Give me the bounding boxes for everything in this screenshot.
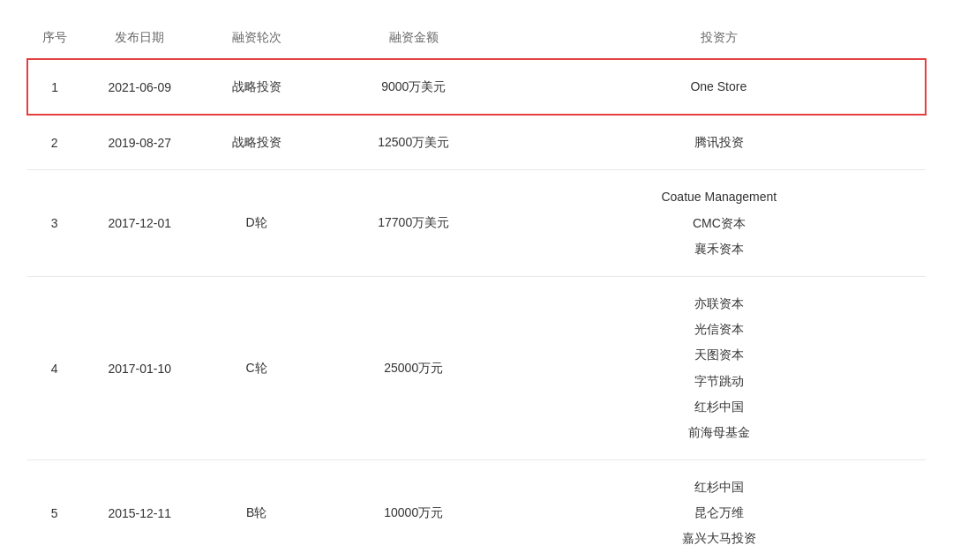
cell-investor: Coatue ManagementCMC资本襄禾资本 bbox=[513, 170, 926, 277]
cell-round: C轮 bbox=[198, 276, 314, 459]
table-container: 序号 发布日期 融资轮次 融资金额 投资方 12021-06-09战略投资900… bbox=[0, 0, 953, 560]
cell-amount: 25000万元 bbox=[315, 276, 513, 459]
investor-name: 襄禾资本 bbox=[694, 238, 744, 260]
investor-name: 字节跳动 bbox=[694, 370, 744, 392]
header-seq: 序号 bbox=[27, 18, 81, 59]
cell-investor: 红杉中国昆仑万维嘉兴大马投资 bbox=[513, 460, 926, 560]
cell-seq: 2 bbox=[27, 115, 81, 170]
table-header-row: 序号 发布日期 融资轮次 融资金额 投资方 bbox=[27, 18, 926, 59]
cell-seq: 3 bbox=[27, 170, 81, 277]
investor-name: 腾讯投资 bbox=[694, 131, 744, 153]
header-investor: 投资方 bbox=[513, 18, 926, 59]
cell-investor: 亦联资本光信资本天图资本字节跳动红杉中国前海母基金 bbox=[513, 276, 926, 459]
cell-seq: 5 bbox=[27, 460, 81, 560]
cell-round: 战略投资 bbox=[198, 59, 314, 115]
cell-date: 2021-06-09 bbox=[81, 59, 198, 115]
table-row: 12021-06-09战略投资9000万美元One Store bbox=[27, 59, 926, 115]
cell-seq: 4 bbox=[27, 276, 81, 459]
investor-name: 嘉兴大马投资 bbox=[682, 527, 756, 549]
investor-name: One Store bbox=[690, 76, 747, 98]
table-row: 22019-08-27战略投资12500万美元腾讯投资 bbox=[27, 115, 926, 170]
cell-round: D轮 bbox=[198, 170, 314, 277]
cell-round: B轮 bbox=[198, 460, 314, 560]
cell-date: 2017-01-10 bbox=[81, 276, 198, 459]
cell-date: 2019-08-27 bbox=[81, 115, 198, 170]
investor-name: 红杉中国 bbox=[694, 476, 744, 498]
investor-name: 亦联资本 bbox=[694, 293, 744, 315]
investor-name: Coatue Management bbox=[661, 186, 777, 208]
investor-name: 天图资本 bbox=[694, 344, 744, 366]
investor-name: 昆仑万维 bbox=[694, 502, 744, 524]
cell-investor: 腾讯投资 bbox=[513, 115, 926, 170]
cell-amount: 10000万元 bbox=[315, 460, 513, 560]
investor-name: 红杉中国 bbox=[694, 396, 744, 418]
cell-date: 2017-12-01 bbox=[81, 170, 198, 277]
investor-name: 光信资本 bbox=[694, 318, 744, 340]
header-round: 融资轮次 bbox=[198, 18, 314, 59]
header-amount: 融资金额 bbox=[315, 18, 513, 59]
table-row: 42017-01-10C轮25000万元亦联资本光信资本天图资本字节跳动红杉中国… bbox=[27, 276, 926, 459]
cell-investor: One Store bbox=[513, 59, 926, 115]
table-row: 32017-12-01D轮17700万美元Coatue ManagementCM… bbox=[27, 170, 926, 277]
cell-round: 战略投资 bbox=[198, 115, 314, 170]
investor-name: CMC资本 bbox=[693, 213, 746, 235]
cell-amount: 17700万美元 bbox=[315, 170, 513, 277]
table-row: 52015-12-11B轮10000万元红杉中国昆仑万维嘉兴大马投资 bbox=[27, 460, 926, 560]
investor-name: 前海母基金 bbox=[688, 422, 750, 444]
cell-amount: 12500万美元 bbox=[315, 115, 513, 170]
funding-table: 序号 发布日期 融资轮次 融资金额 投资方 12021-06-09战略投资900… bbox=[26, 18, 927, 560]
header-date: 发布日期 bbox=[81, 18, 198, 59]
cell-amount: 9000万美元 bbox=[315, 59, 513, 115]
cell-date: 2015-12-11 bbox=[81, 460, 198, 560]
cell-seq: 1 bbox=[27, 59, 81, 115]
